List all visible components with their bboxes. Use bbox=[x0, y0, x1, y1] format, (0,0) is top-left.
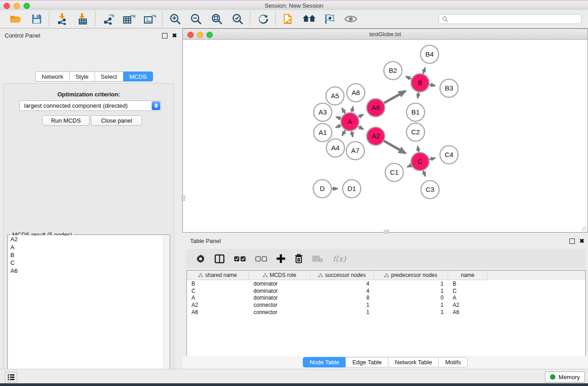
close-panel-icon[interactable]: ✖ bbox=[172, 33, 177, 38]
show-columns-icon[interactable] bbox=[215, 254, 225, 263]
result-item[interactable]: A bbox=[8, 243, 169, 251]
zoom-in-icon[interactable] bbox=[168, 12, 182, 26]
cell-MCDS-role[interactable]: dominator bbox=[249, 288, 311, 294]
select-all-checkboxes-icon[interactable] bbox=[234, 256, 246, 262]
search-input[interactable] bbox=[439, 14, 582, 24]
cell-shared-name[interactable]: A2 bbox=[187, 302, 249, 308]
zoom-out-icon[interactable] bbox=[189, 12, 203, 26]
result-item[interactable]: B bbox=[8, 251, 169, 259]
tab-network-table[interactable]: Network Table bbox=[388, 357, 438, 367]
table-row[interactable]: Bdominator41B bbox=[187, 280, 585, 287]
cell-predecessor-nodes[interactable]: 1 bbox=[374, 288, 448, 294]
result-item[interactable]: A6 bbox=[8, 267, 169, 275]
column-header-MCDS-role[interactable]: MCDS role bbox=[249, 271, 311, 280]
function-builder-button[interactable]: f(x) bbox=[333, 254, 346, 263]
task-history-button[interactable] bbox=[5, 372, 17, 382]
tab-edge-table[interactable]: Edge Table bbox=[345, 357, 388, 367]
close-panel-button[interactable]: Close panel bbox=[91, 115, 142, 126]
edge-A-A7[interactable] bbox=[352, 131, 353, 137]
home-icon[interactable] bbox=[302, 12, 316, 26]
cell-shared-name[interactable]: C bbox=[187, 288, 249, 294]
edge-C-C3[interactable] bbox=[423, 171, 425, 176]
cell-shared-name[interactable]: A6 bbox=[187, 309, 249, 315]
edge-A-A5[interactable] bbox=[342, 108, 345, 114]
memory-button[interactable]: Memory bbox=[545, 372, 585, 382]
cell-name[interactable]: A6 bbox=[448, 309, 488, 315]
float-table-panel-icon[interactable] bbox=[569, 238, 575, 244]
export-image-icon[interactable] bbox=[143, 12, 157, 26]
edge-A-A4[interactable] bbox=[342, 130, 345, 135]
result-item[interactable]: C bbox=[8, 259, 169, 267]
cell-name[interactable]: B bbox=[448, 281, 488, 287]
edge-A6-B[interactable] bbox=[384, 91, 405, 103]
column-header-name[interactable]: name bbox=[448, 271, 488, 280]
tab-mcds[interactable]: MCDS bbox=[123, 71, 153, 81]
close-table-panel-icon[interactable]: ✖ bbox=[579, 239, 584, 243]
cell-successor-nodes[interactable]: 1 bbox=[311, 302, 374, 308]
column-header-shared-name[interactable]: shared name bbox=[187, 271, 249, 280]
edge-B-B2[interactable] bbox=[406, 76, 411, 79]
cell-MCDS-role[interactable]: dominator bbox=[249, 295, 311, 301]
edge-C-C4[interactable] bbox=[429, 158, 435, 159]
result-item[interactable]: A2 bbox=[8, 235, 169, 243]
edge-A-A1[interactable] bbox=[336, 125, 341, 128]
cell-name[interactable]: C bbox=[448, 288, 488, 294]
open-network-file-icon[interactable] bbox=[282, 12, 295, 26]
result-scrollbar[interactable] bbox=[163, 235, 169, 386]
export-table-icon[interactable] bbox=[122, 12, 136, 26]
delete-column-icon[interactable] bbox=[295, 254, 303, 263]
mcds-result-list[interactable]: A2ABCA6 bbox=[8, 235, 169, 386]
cell-name[interactable]: A bbox=[448, 295, 488, 301]
zoom-selected-icon[interactable] bbox=[231, 12, 244, 26]
cell-predecessor-nodes[interactable]: 1 bbox=[374, 281, 448, 287]
edge-C-C2[interactable] bbox=[418, 146, 419, 152]
window-resize-corner[interactable] bbox=[582, 226, 587, 232]
network-graph-canvas[interactable]: AA1A2A3A4A5A6A7A8BB1B2B3B4CC1C2C3C4DD1 bbox=[183, 40, 588, 232]
export-network-icon[interactable] bbox=[101, 12, 115, 26]
float-panel-icon[interactable] bbox=[162, 33, 167, 38]
run-mcds-button[interactable]: Run MCDS bbox=[42, 115, 90, 126]
cell-shared-name[interactable]: A bbox=[187, 295, 249, 301]
deselect-all-checkboxes-icon[interactable] bbox=[255, 256, 267, 262]
cell-predecessor-nodes[interactable]: 1 bbox=[374, 309, 448, 315]
cell-successor-nodes[interactable]: 4 bbox=[311, 288, 374, 294]
table-row[interactable]: Adominator80A bbox=[187, 295, 585, 302]
cell-MCDS-role[interactable]: connector bbox=[249, 309, 311, 315]
window-resize-grip[interactable] bbox=[182, 195, 185, 201]
cell-predecessor-nodes[interactable]: 1 bbox=[374, 302, 448, 308]
edge-A-A6[interactable] bbox=[358, 114, 363, 117]
edge-A-A8[interactable] bbox=[352, 107, 353, 113]
hide-graphics-details-icon[interactable] bbox=[323, 12, 337, 26]
column-header-successor-nodes[interactable]: successor nodes bbox=[311, 271, 374, 280]
table-row[interactable]: A6connector11A6 bbox=[187, 309, 585, 316]
tab-motifs[interactable]: Motifs bbox=[438, 357, 468, 367]
import-network-icon[interactable] bbox=[55, 12, 69, 26]
cell-successor-nodes[interactable]: 8 bbox=[311, 295, 374, 301]
cell-shared-name[interactable]: B bbox=[187, 281, 249, 287]
zoom-fit-icon[interactable] bbox=[210, 12, 224, 26]
cell-MCDS-role[interactable]: connector bbox=[249, 302, 311, 308]
node-table[interactable]: shared nameMCDS rolesuccessor nodesprede… bbox=[186, 270, 586, 356]
edge-B-B1[interactable] bbox=[418, 92, 419, 98]
save-session-icon[interactable] bbox=[30, 12, 43, 26]
criterion-dropdown[interactable]: largest connected component (directed) bbox=[19, 100, 161, 111]
cell-predecessor-nodes[interactable]: 0 bbox=[374, 295, 448, 301]
add-column-icon[interactable] bbox=[277, 254, 285, 263]
edge-A-A3[interactable] bbox=[336, 117, 341, 119]
edge-B-B3[interactable] bbox=[430, 85, 435, 86]
table-row[interactable]: A2connector11A2 bbox=[187, 301, 585, 309]
cell-name[interactable]: A2 bbox=[448, 302, 488, 308]
table-row[interactable]: Cdominator41C bbox=[187, 287, 585, 295]
delete-table-icon[interactable] bbox=[312, 255, 323, 262]
edge-C-C1[interactable] bbox=[407, 165, 411, 167]
edge-B-B4[interactable] bbox=[423, 68, 425, 74]
open-file-icon[interactable] bbox=[9, 12, 23, 26]
tab-select[interactable]: Select bbox=[95, 71, 123, 81]
column-header-predecessor-nodes[interactable]: predecessor nodes bbox=[374, 271, 448, 280]
show-graphics-details-icon[interactable] bbox=[344, 12, 358, 26]
refresh-icon[interactable] bbox=[256, 12, 270, 26]
cell-MCDS-role[interactable]: dominator bbox=[249, 281, 311, 287]
window-resize-grip[interactable] bbox=[384, 230, 389, 234]
edge-A2-C[interactable] bbox=[384, 141, 406, 153]
edge-A-A2[interactable] bbox=[358, 126, 363, 129]
